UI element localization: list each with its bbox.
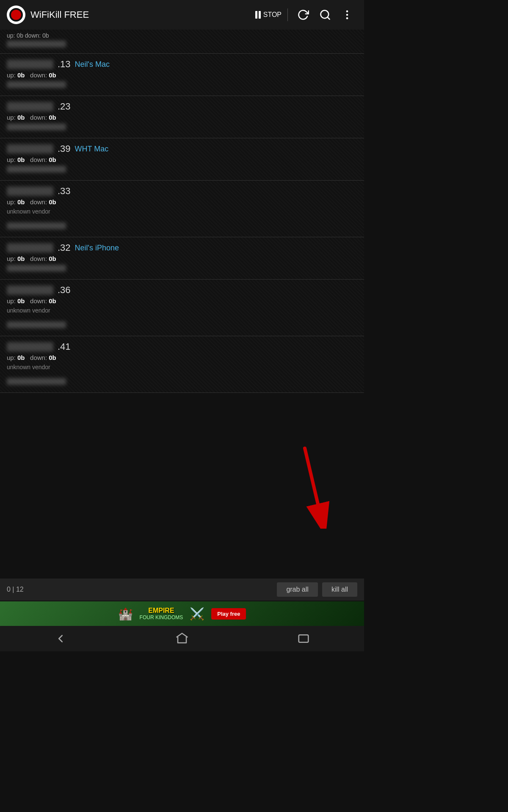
svg-marker-8 [177,634,187,643]
device-hostname: Neil's iPhone [75,244,119,252]
ad-text: EMPIRE FOUR KINGDOMS [140,607,183,620]
app-logo [7,5,25,24]
mac-address-blur [7,187,53,196]
svg-point-2 [346,11,348,13]
page-count: 0 | 12 [7,586,273,593]
ip-suffix: .41 [58,341,71,352]
device-stats: up: 0b down: 0b [7,71,357,79]
device-list: .13 Neil's Mac up: 0b down: 0b .23 up: 0… [0,54,364,393]
topbar-actions: STOP [249,5,357,25]
svg-line-1 [327,17,329,19]
vendor-blur [7,81,66,88]
top-bar: WiFiKill FREE STOP [0,0,364,30]
ip-suffix: .13 [58,59,71,70]
vendor-blur [7,321,66,328]
ad-content: 🏰 EMPIRE FOUR KINGDOMS ⚔️ Play free [114,607,251,621]
list-item[interactable]: .32 Neil's iPhone up: 0b down: 0b [0,237,364,280]
device-hostname: WHT Mac [75,145,109,154]
vendor-name: unknown vendor [7,208,357,215]
device-stats: up: 0b down: 0b [7,297,357,304]
nav-bar [0,626,364,651]
nav-home-button[interactable] [169,626,195,651]
partial-device-stats: up: 0b down: 0b [7,32,357,39]
ip-suffix: .33 [58,186,71,197]
svg-line-6 [305,448,322,520]
list-item[interactable]: .23 up: 0b down: 0b [0,96,364,138]
list-item[interactable]: .36 up: 0b down: 0b unknown vendor [0,280,364,336]
device-stats: up: 0b down: 0b [7,156,357,163]
list-item[interactable]: .13 Neil's Mac up: 0b down: 0b [0,54,364,96]
red-arrow-indicator [296,444,330,529]
vendor-name: unknown vendor [7,307,357,314]
ad-subtitle: FOUR KINGDOMS [140,614,183,620]
mac-address-blur [7,243,53,252]
ip-suffix: .36 [58,285,71,296]
ip-suffix: .32 [58,242,71,253]
kill-all-button[interactable]: kill all [322,582,357,597]
partial-vendor-blur [7,41,66,47]
mac-address-blur [7,285,53,295]
pause-icon [255,11,261,19]
list-item[interactable]: .33 up: 0b down: 0b unknown vendor [0,181,364,237]
footer-bar: 0 | 12 grab all kill all [0,579,364,601]
device-hostname: Neil's Mac [75,60,110,69]
stop-button[interactable]: STOP [249,8,288,21]
svg-point-3 [346,14,348,16]
list-item[interactable]: .39 WHT Mac up: 0b down: 0b [0,138,364,181]
ip-suffix: .39 [58,143,71,154]
vendor-name: unknown vendor [7,364,357,370]
ip-suffix: .23 [58,101,71,112]
mac-address-blur [7,144,53,154]
mac-address-blur [7,102,53,111]
svg-point-4 [346,17,348,19]
ad-castle-right-icon: ⚔️ [190,607,204,621]
device-stats: up: 0b down: 0b [7,354,357,361]
vendor-blur [7,378,66,385]
mac-address-blur [7,342,53,351]
svg-rect-9 [298,635,308,642]
mac-address-blur [7,60,53,69]
device-stats: up: 0b down: 0b [7,114,357,121]
app-title: WiFiKill FREE [30,9,244,20]
ad-banner[interactable]: 🏰 EMPIRE FOUR KINGDOMS ⚔️ Play free [0,601,364,626]
device-stats: up: 0b down: 0b [7,255,357,262]
search-button[interactable] [315,5,335,25]
nav-recents-button[interactable] [291,626,316,651]
list-item[interactable]: .41 up: 0b down: 0b unknown vendor [0,336,364,393]
vendor-blur [7,222,66,229]
vendor-blur [7,265,66,272]
device-stats: up: 0b down: 0b [7,198,357,206]
more-button[interactable] [337,5,357,25]
vendor-blur [7,166,66,173]
ad-castle-left-icon: 🏰 [118,607,133,621]
ad-play-button[interactable]: Play free [211,608,246,620]
nav-back-button[interactable] [48,626,73,651]
ad-title: EMPIRE [148,607,174,614]
grab-all-button[interactable]: grab all [277,582,318,597]
vendor-blur [7,123,66,130]
refresh-button[interactable] [293,5,313,25]
partial-device-item[interactable]: up: 0b down: 0b [0,30,364,54]
